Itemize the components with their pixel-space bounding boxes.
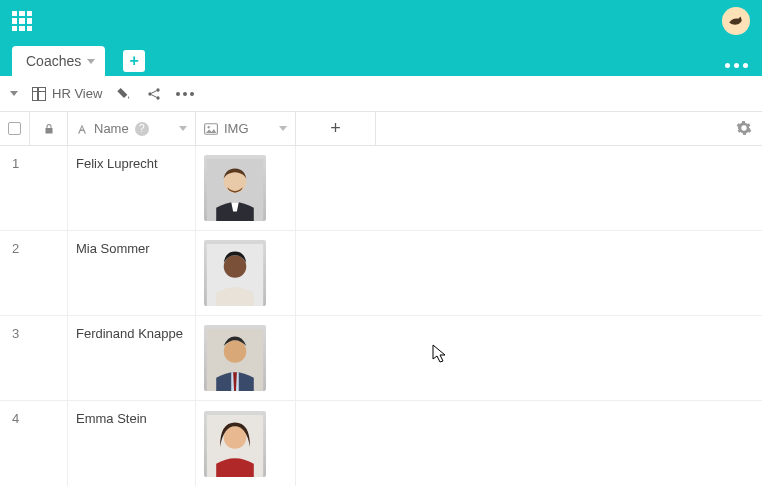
img-column-header[interactable]: IMG [196, 112, 296, 145]
view-toolbar: HR View [0, 76, 762, 112]
share-icon [146, 86, 162, 102]
table-row[interactable]: 4 Emma Stein [0, 401, 762, 486]
select-all-cell[interactable] [0, 112, 30, 145]
img-cell[interactable] [196, 401, 296, 486]
tab-label: Coaches [26, 53, 81, 69]
mouse-cursor-icon [432, 344, 448, 364]
table-row[interactable]: 3 Ferdinand Knappe [0, 316, 762, 401]
name-cell[interactable]: Emma Stein [68, 401, 196, 486]
table-row[interactable]: 2 Mia Sommer [0, 231, 762, 316]
lock-icon [43, 123, 55, 135]
portrait-thumbnail[interactable] [204, 325, 266, 391]
svg-point-8 [224, 255, 247, 278]
svg-point-1 [157, 88, 160, 91]
chevron-down-icon[interactable] [279, 126, 287, 131]
toolbar-overflow-menu[interactable] [176, 92, 194, 96]
help-icon[interactable]: ? [135, 122, 149, 136]
grid-icon [32, 87, 46, 101]
lock-column-header[interactable] [30, 112, 68, 145]
svg-point-2 [157, 96, 160, 99]
paint-bucket-button[interactable] [116, 86, 132, 102]
column-label: IMG [224, 121, 249, 136]
apps-icon[interactable] [12, 11, 32, 31]
row-index: 3 [0, 316, 68, 400]
row-index: 4 [0, 401, 68, 486]
chevron-down-icon[interactable] [179, 126, 187, 131]
table-body: 1 Felix Luprecht 2 Mia Sommer 3 Ferdinan… [0, 146, 762, 486]
name-column-header[interactable]: Name ? [68, 112, 196, 145]
tab-overflow-menu[interactable] [725, 63, 748, 68]
avatar[interactable] [722, 7, 750, 35]
row-index: 1 [0, 146, 68, 230]
img-cell[interactable] [196, 316, 296, 400]
paint-bucket-icon [116, 86, 132, 102]
column-label: Name [94, 121, 129, 136]
img-cell[interactable] [196, 231, 296, 315]
name-cell[interactable]: Felix Luprecht [68, 146, 196, 230]
tab-strip: Coaches + [0, 42, 762, 76]
bird-icon [727, 12, 745, 30]
img-cell[interactable] [196, 146, 296, 230]
table-row[interactable]: 1 Felix Luprecht [0, 146, 762, 231]
portrait-thumbnail[interactable] [204, 411, 266, 477]
svg-point-10 [224, 340, 247, 363]
column-header-row: Name ? IMG + [0, 112, 762, 146]
chevron-down-icon[interactable] [10, 91, 18, 96]
tab-coaches[interactable]: Coaches [12, 46, 105, 76]
name-cell[interactable]: Mia Sommer [68, 231, 196, 315]
table-settings-button[interactable] [736, 120, 752, 139]
top-bar [0, 0, 762, 42]
gear-icon [736, 120, 752, 136]
portrait-thumbnail[interactable] [204, 155, 266, 221]
add-tab-button[interactable]: + [123, 50, 145, 72]
image-icon [204, 123, 218, 135]
svg-point-0 [149, 92, 152, 95]
add-column-button[interactable]: + [296, 112, 376, 145]
chevron-down-icon[interactable] [87, 59, 95, 64]
svg-point-4 [208, 126, 210, 128]
checkbox-icon[interactable] [8, 122, 21, 135]
text-icon [76, 123, 88, 135]
row-index: 2 [0, 231, 68, 315]
portrait-thumbnail[interactable] [204, 240, 266, 306]
view-selector[interactable]: HR View [32, 86, 102, 101]
view-label: HR View [52, 86, 102, 101]
name-cell[interactable]: Ferdinand Knappe [68, 316, 196, 400]
share-button[interactable] [146, 86, 162, 102]
